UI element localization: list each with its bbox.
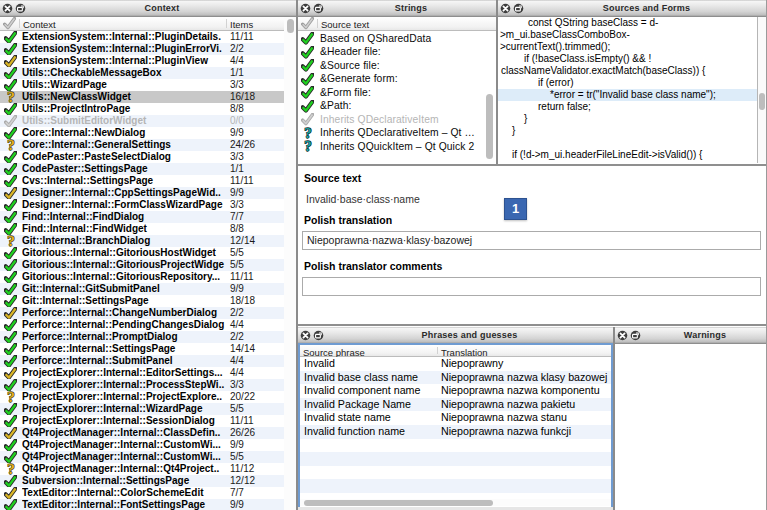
svg-text:?: ?	[7, 91, 15, 103]
svg-text:?: ?	[304, 140, 312, 153]
svg-text:?: ?	[7, 463, 15, 475]
svg-text:?: ?	[7, 139, 15, 151]
svg-text:?: ?	[304, 127, 312, 140]
svg-text:?: ?	[7, 235, 15, 247]
svg-text:?: ?	[7, 391, 15, 403]
